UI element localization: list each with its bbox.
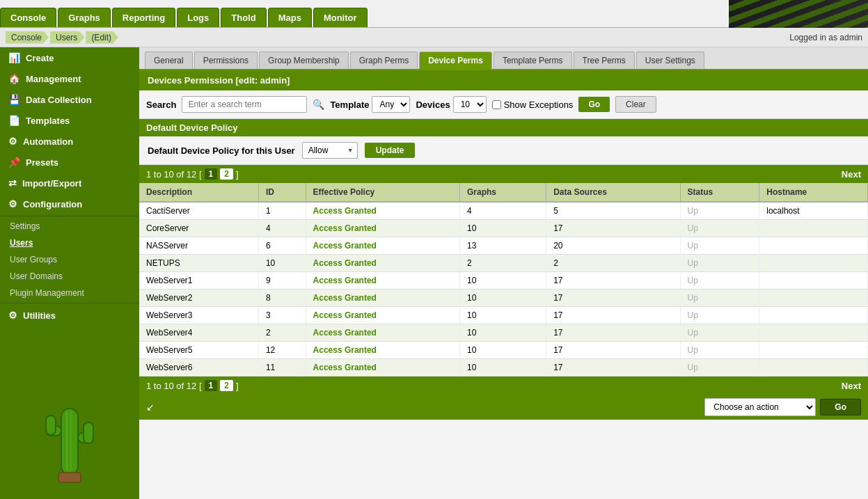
sidebar-item-templates-label: Templates — [26, 116, 70, 126]
col-effective-policy: Effective Policy — [306, 183, 459, 202]
search-bar: Search 🔍 Template Any Devices 10 Show Ex… — [139, 90, 868, 119]
cell-effective-policy[interactable]: Access Granted — [306, 290, 459, 307]
cell-status: Up — [680, 359, 759, 377]
cell-effective-policy[interactable]: Access Granted — [306, 220, 459, 237]
table-row: WebServer2 8 Access Granted 10 17 Up — [139, 290, 868, 307]
sidebar-item-management[interactable]: 🏠 Management — [0, 68, 139, 89]
tab-monitor[interactable]: Monitor — [313, 8, 368, 27]
tab-reporting[interactable]: Reporting — [112, 8, 175, 27]
cell-effective-policy[interactable]: Access Granted — [306, 342, 459, 359]
pagination-suffix-bottom: ] — [236, 381, 239, 391]
tab-logs[interactable]: Logs — [177, 8, 219, 27]
cell-hostname: localhost — [759, 202, 868, 220]
tab-console[interactable]: Console — [0, 8, 56, 27]
page-1-top[interactable]: 1 — [205, 168, 218, 180]
breadcrumb-console[interactable]: Console — [6, 31, 49, 44]
tab-general[interactable]: General — [145, 52, 193, 69]
tab-permissions[interactable]: Permissions — [194, 52, 258, 69]
search-icon[interactable]: 🔍 — [313, 99, 324, 110]
breadcrumb-users[interactable]: Users — [50, 31, 84, 44]
tab-maps[interactable]: Maps — [268, 8, 312, 27]
sidebar-item-configuration-label: Configuration — [23, 199, 82, 209]
page-nums-top: 1 to 10 of 12 [ 1 2 ] — [146, 168, 239, 180]
cell-effective-policy[interactable]: Access Granted — [306, 237, 459, 255]
tab-tree-perms[interactable]: Tree Perms — [574, 52, 635, 69]
cell-graphs: 4 — [459, 202, 546, 220]
sidebar-item-automation[interactable]: ⚙ Automation — [0, 131, 139, 152]
sidebar-item-configuration[interactable]: ⚙ Configuration — [0, 193, 139, 214]
sidebar-item-templates[interactable]: 📄 Templates — [0, 110, 139, 131]
cell-id: 3 — [258, 307, 306, 324]
devices-select[interactable]: 10 — [453, 96, 487, 113]
cell-id: 9 — [258, 272, 306, 290]
sidebar-link-plugin-management[interactable]: Plugin Management — [0, 285, 139, 301]
next-button-top[interactable]: Next — [842, 169, 861, 180]
top-nav: Console Graphs Reporting Logs Thold Maps… — [0, 0, 868, 28]
create-icon: 📊 — [8, 52, 20, 63]
sidebar-item-data-collection[interactable]: 💾 Data Collection — [0, 89, 139, 110]
page-1-bottom[interactable]: 1 — [205, 380, 218, 391]
cell-hostname — [759, 307, 868, 324]
go-button[interactable]: Go — [578, 97, 610, 112]
table-row: WebServer1 9 Access Granted 10 17 Up — [139, 272, 868, 290]
sidebar-link-user-domains[interactable]: User Domains — [0, 268, 139, 285]
cell-hostname — [759, 290, 868, 307]
cell-effective-policy[interactable]: Access Granted — [306, 359, 459, 377]
sidebar-item-presets[interactable]: 📌 Presets — [0, 152, 139, 173]
page-2-top[interactable]: 2 — [220, 168, 233, 180]
sidebar-item-utilities[interactable]: ⚙ Utilities — [0, 305, 139, 326]
sidebar-item-import-export[interactable]: ⇄ Import/Export — [0, 173, 139, 193]
cell-description: CoreServer — [139, 220, 258, 237]
presets-icon: 📌 — [8, 157, 20, 168]
table-row: NASServer 6 Access Granted 13 20 Up — [139, 237, 868, 255]
bottom-action-bar: ↙ Choose an action Go — [139, 395, 868, 420]
cell-description: NASServer — [139, 237, 258, 255]
sidebar-link-user-groups[interactable]: User Groups — [0, 251, 139, 268]
cell-id: 4 — [258, 220, 306, 237]
template-select[interactable]: Any — [372, 96, 410, 113]
cell-data-sources: 17 — [546, 307, 680, 324]
sidebar-link-users[interactable]: Users — [0, 235, 139, 251]
cell-effective-policy[interactable]: Access Granted — [306, 307, 459, 324]
main-layout: 📊 Create 🏠 Management 💾 Data Collection … — [0, 47, 868, 499]
action-go-button[interactable]: Go — [820, 399, 861, 415]
update-button[interactable]: Update — [365, 143, 416, 158]
sidebar: 📊 Create 🏠 Management 💾 Data Collection … — [0, 47, 139, 499]
tab-device-perms[interactable]: Device Perms — [419, 52, 492, 69]
tab-group-membership[interactable]: Group Membership — [259, 52, 349, 69]
cell-id: 2 — [258, 324, 306, 342]
tab-thold[interactable]: Thold — [221, 8, 266, 27]
tab-template-perms[interactable]: Template Perms — [494, 52, 572, 69]
sidebar-link-settings[interactable]: Settings — [0, 218, 139, 235]
sidebar-item-automation-label: Automation — [23, 136, 73, 147]
cell-effective-policy[interactable]: Access Granted — [306, 202, 459, 220]
breadcrumb-edit[interactable]: (Edit) — [86, 31, 118, 44]
cell-data-sources: 17 — [546, 220, 680, 237]
cell-effective-policy[interactable]: Access Granted — [306, 324, 459, 342]
cell-effective-policy[interactable]: Access Granted — [306, 255, 459, 272]
cell-hostname — [759, 255, 868, 272]
tab-user-settings[interactable]: User Settings — [636, 52, 704, 69]
cell-description: WebServer1 — [139, 272, 258, 290]
cell-id: 11 — [258, 359, 306, 377]
clear-button[interactable]: Clear — [615, 96, 656, 113]
page-2-bottom[interactable]: 2 — [220, 380, 233, 391]
search-input[interactable] — [182, 96, 307, 113]
show-exceptions-group: Show Exceptions — [492, 100, 574, 110]
template-label: Template — [330, 100, 369, 110]
show-exceptions-checkbox[interactable] — [492, 100, 501, 109]
table-row: WebServer3 3 Access Granted 10 17 Up — [139, 307, 868, 324]
cell-effective-policy[interactable]: Access Granted — [306, 272, 459, 290]
sidebar-item-create[interactable]: 📊 Create — [0, 47, 139, 68]
action-select[interactable]: Choose an action — [704, 398, 816, 416]
sidebar-item-data-collection-label: Data Collection — [26, 95, 92, 105]
policy-select[interactable]: Allow Deny — [302, 142, 358, 159]
tab-graphs[interactable]: Graphs — [58, 8, 111, 27]
next-button-bottom[interactable]: Next — [842, 381, 861, 391]
tab-graph-perms[interactable]: Graph Perms — [350, 52, 418, 69]
sidebar-item-presets-label: Presets — [26, 157, 58, 168]
cell-data-sources: 17 — [546, 342, 680, 359]
svg-rect-2 — [46, 415, 56, 435]
cell-id: 1 — [258, 202, 306, 220]
section-header: Devices Permission [edit: admin] — [139, 70, 868, 90]
